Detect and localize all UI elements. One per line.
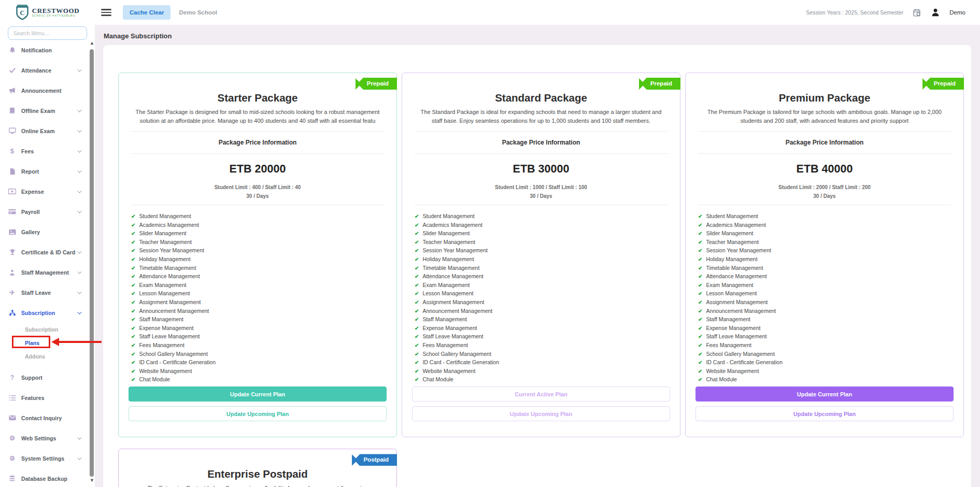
payment-card-icon [8,208,17,216]
chevron-down-icon [77,435,81,439]
sidebar-item-offline-exam[interactable]: Offline Exam [0,101,95,121]
check-icon: ✔ [131,213,135,219]
check-icon: ✔ [698,360,702,365]
feature-item: ✔Academics Management [131,222,396,228]
sidebar-item-contact-inquiry[interactable]: Contact Inquiry [0,408,95,428]
price-heading: Package Price Information [686,139,963,146]
plan-description: The Premium Package is tailored for larg… [701,108,948,125]
sidebar-item-payroll[interactable]: Payroll [0,202,95,222]
list-icon [8,394,17,402]
plan-card-starter: Prepaid Starter Package The Starter Pack… [118,73,397,437]
hamburger-menu-icon[interactable] [101,7,111,18]
sidebar-item-staff-management[interactable]: Staff Management [0,262,95,282]
sidebar-item-report[interactable]: Report [0,161,95,181]
check-icon: ✔ [131,291,135,296]
check-icon: ✔ [698,222,702,228]
annotation-arrow-icon [51,338,59,346]
feature-item: ✔Slider Management [131,231,396,236]
session-calendar-icon[interactable] [913,8,921,17]
update-upcoming-plan-button[interactable]: Update Upcoming Plan [129,406,387,421]
sidebar-item-database-backup[interactable]: Database Backup [0,468,95,487]
feature-item: ✔Slider Management [415,231,680,236]
feature-item: ✔Timetable Management [698,265,963,271]
feature-item: ✔Announcement Management [698,308,963,314]
sidebar-scrollbar-thumb[interactable] [90,49,94,477]
chevron-down-icon [77,290,81,294]
sidebar-item-gallery[interactable]: Gallery [0,222,95,242]
sidebar-item-web-settings[interactable]: ⚙ Web Settings [0,428,95,448]
plan-price: ETB 20000 [119,163,396,176]
feature-item: ✔School Gallery Management [131,351,396,357]
sidebar-item-notification[interactable]: Notification [0,40,95,60]
check-icon: ✔ [698,351,702,357]
sidebar-item-expense[interactable]: Expense [0,181,95,202]
sidebar-item-system-settings[interactable]: ⚙ System Settings [0,448,95,468]
current-active-plan-button[interactable]: Current Active Plan [412,386,670,402]
user-name-label[interactable]: Demo [949,9,965,16]
feature-item: ✔Session Year Management [415,248,680,253]
update-current-plan-button[interactable]: Update Current Plan [129,386,387,402]
sidebar-item-support[interactable]: ? Support [0,367,95,388]
feature-item: ✔Staff Leave Management [131,334,396,339]
update-upcoming-plan-button[interactable]: Update Upcoming Plan [412,406,670,421]
check-icon: ✔ [131,360,135,365]
feature-item: ✔Exam Management [698,282,963,288]
check-icon: ✔ [698,282,702,288]
user-avatar-icon[interactable] [931,8,940,17]
check-icon: ✔ [698,239,702,245]
check-icon: ✔ [131,351,135,357]
check-icon: ✔ [415,368,419,374]
feature-item: ✔Assignment Management [698,299,963,305]
sidebar-item-announcement[interactable]: Announcement [0,80,95,101]
feature-item: ✔Timetable Management [131,265,396,271]
feature-item: ✔Staff Management [131,317,396,322]
plan-limits: Student Limit : 1000 / Staff Limit : 100 [402,184,680,190]
feature-list: ✔Student Management ✔Academics Managemen… [131,213,396,382]
feature-item: ✔ID Card - Certificate Generation [415,360,680,365]
plan-description: The Starter Package is designed for smal… [134,108,381,125]
sidebar-subitem-subscription[interactable]: Subscription [0,323,95,336]
search-input[interactable] [8,26,87,40]
sidebar-item-features[interactable]: Features [0,388,95,408]
feature-item: ✔ID Card - Certificate Generation [698,360,963,365]
check-icon: ✔ [698,325,702,331]
annotation-arrow-line [59,341,102,343]
feature-item: ✔Lesson Management [415,291,680,296]
page-title: Manage Subscription [104,32,980,40]
check-icon: ✔ [131,342,135,348]
sidebar-item-subscription[interactable]: Subscription [0,303,95,323]
check-icon: ✔ [131,248,135,253]
megaphone-icon [8,87,17,95]
feature-item: ✔Fees Management [131,342,396,348]
sidebar-item-certificate-id-card[interactable]: Certificate & ID Card [0,242,95,262]
sidebar-scroll-down-arrow[interactable]: ▼ [90,478,94,483]
check-icon: ✔ [131,256,135,262]
brand-subtitle: SCHOOL OF HATTIESBURG [32,15,79,18]
sidebar-item-staff-leave[interactable]: ✈ Staff Leave [0,282,95,303]
feature-item: ✔Fees Management [698,342,963,348]
plan-price: ETB 30000 [402,163,680,176]
bell-icon [8,46,17,54]
chevron-down-icon [77,128,81,132]
update-upcoming-plan-button[interactable]: Update Upcoming Plan [695,406,954,421]
check-icon: ✔ [415,377,419,382]
check-icon: ✔ [698,274,702,279]
sidebar-scroll-up-arrow[interactable]: ▲ [90,40,94,46]
mail-icon [8,414,17,422]
feature-item: ✔Fees Management [415,342,680,348]
update-current-plan-button[interactable]: Update Current Plan [695,386,954,402]
sidebar: Notification Attendance Announcement Off… [0,25,95,487]
plan-name: Premium Package [686,92,963,104]
plan-duration: 30 / Days [402,193,680,199]
plan-description: The Enterprise Postpaid plan offers maxi… [134,484,381,487]
feature-item: ✔Academics Management [415,222,680,228]
feature-item: ✔Staff Management [415,317,680,322]
check-icon: ✔ [131,368,135,374]
sidebar-subitem-addons[interactable]: Addons [0,350,95,363]
sidebar-item-attendance[interactable]: Attendance [0,60,95,80]
sidebar-item-online-exam[interactable]: Online Exam [0,121,95,141]
check-icon: ✔ [415,351,419,357]
cache-clear-button[interactable]: Cache Clear [123,5,171,20]
sidebar-item-fees[interactable]: $ Fees [0,141,95,161]
feature-item: ✔Expense Management [415,325,680,331]
